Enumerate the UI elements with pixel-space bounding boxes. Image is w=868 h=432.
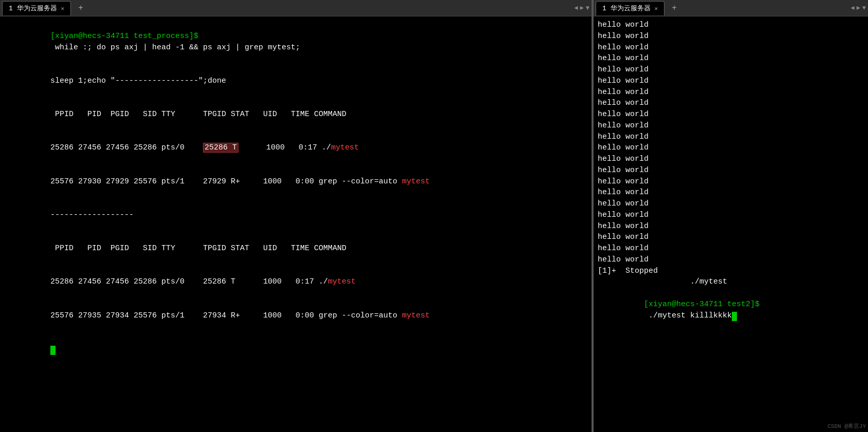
hw-5: hello world xyxy=(598,64,864,76)
right-tab-label: 1 华为云服务器 xyxy=(602,4,651,13)
terminal-line-10 xyxy=(4,332,587,366)
right-tab-bar: 1 华为云服务器 ✕ + ◄ ► ▼ xyxy=(594,0,868,16)
left-nav-down-icon[interactable]: ▼ xyxy=(586,5,589,12)
left-tab-close-icon[interactable]: ✕ xyxy=(61,5,65,12)
terminal-line-5: 25576 27930 27929 25576 pts/1 27929 R+ 1… xyxy=(4,165,587,198)
left-terminal-pane[interactable]: 1 华为云服务器 ✕ + ◄ ► ▼ [xiyan@hecs-34711 tes… xyxy=(0,0,594,432)
hw-13: hello world xyxy=(598,154,864,165)
terminal-line-7: PPID PID PGID SID TTY TPGID STAT UID TIM… xyxy=(4,232,587,265)
left-terminal-content[interactable]: [xiyan@hecs-34711 test_process]$ while :… xyxy=(0,16,592,432)
hw-8: hello world xyxy=(598,98,864,109)
right-tab-active[interactable]: 1 华为云服务器 ✕ xyxy=(596,1,664,15)
hw-20: hello world xyxy=(598,232,864,243)
left-tab-active[interactable]: 1 华为云服务器 ✕ xyxy=(2,1,71,15)
hw-16: hello world xyxy=(598,187,864,198)
hw-21: hello world xyxy=(598,243,864,254)
right-nav-down-icon[interactable]: ▼ xyxy=(862,5,866,12)
hw-6: hello world xyxy=(598,76,864,87)
right-nav-arrows: ◄ ► ▼ xyxy=(851,5,866,12)
terminal-line-8: 25286 27456 27456 25286 pts/0 25286 T 10… xyxy=(4,266,587,299)
left-nav-right-icon[interactable]: ► xyxy=(580,5,584,12)
left-nav-arrows: ◄ ► ▼ xyxy=(574,5,589,12)
cmd-text: while :; do ps axj | head -1 && ps axj |… xyxy=(50,43,300,52)
left-tab-bar: 1 华为云服务器 ✕ + ◄ ► ▼ xyxy=(0,0,592,16)
terminal-line-3: PPID PID PGID SID TTY TPGID STAT UID TIM… xyxy=(4,98,587,131)
hw-15: hello world xyxy=(598,176,864,187)
hw-3: hello world xyxy=(598,42,864,53)
left-nav-left-icon[interactable]: ◄ xyxy=(574,5,578,12)
right-prompt-user: [xiyan@hecs-34711 test2]$ xyxy=(644,300,760,309)
hw-10: hello world xyxy=(598,120,864,132)
hw-11: hello world xyxy=(598,132,864,143)
mytest-highlight-1: mytest xyxy=(331,143,359,152)
watermark: CSDN @希言JY xyxy=(827,422,866,430)
stopped-line-1: [1]+ Stopped xyxy=(598,266,864,277)
right-tab-close-icon[interactable]: ✕ xyxy=(655,5,658,12)
hw-12: hello world xyxy=(598,142,864,154)
right-nav-right-icon[interactable]: ► xyxy=(857,5,860,12)
hw-17: hello world xyxy=(598,198,864,210)
terminal-line-1: [xiyan@hecs-34711 test_process]$ while :… xyxy=(4,20,587,64)
left-new-tab-button[interactable]: + xyxy=(75,4,86,13)
hw-9: hello world xyxy=(598,109,864,120)
stopped-line-2: ./mytest xyxy=(598,276,864,288)
terminal-line-6: ------------------ xyxy=(4,198,587,232)
final-prompt-line: [xiyan@hecs-34711 test2]$ ./mytest killl… xyxy=(598,288,864,332)
hw-4: hello world xyxy=(598,53,864,64)
right-terminal-content[interactable]: hello world hello world hello world hell… xyxy=(594,16,868,432)
right-nav-left-icon[interactable]: ◄ xyxy=(851,5,854,12)
hw-14: hello world xyxy=(598,165,864,176)
hw-1: hello world xyxy=(598,20,864,31)
highlight-tpgid: 25286 T xyxy=(203,143,238,153)
hw-18: hello world xyxy=(598,210,864,221)
hw-19: hello world xyxy=(598,221,864,232)
terminal-line-4: 25286 27456 27456 25286 pts/0 25286 T 10… xyxy=(4,132,587,165)
mytest-grep-1: mytest xyxy=(402,177,430,186)
right-terminal-pane[interactable]: 1 华为云服务器 ✕ + ◄ ► ▼ hello world hello wor… xyxy=(594,0,868,432)
left-tab-label: 1 华为云服务器 xyxy=(9,4,57,13)
terminal-line-9: 25576 27935 27934 25576 pts/1 27934 R+ 1… xyxy=(4,299,587,332)
mytest-grep-2: mytest xyxy=(402,311,430,320)
hw-22: hello world xyxy=(598,254,864,266)
hw-7: hello world xyxy=(598,87,864,98)
prompt-user: [xiyan@hecs-34711 test_process]$ xyxy=(50,32,198,41)
hw-2: hello world xyxy=(598,31,864,42)
right-new-tab-button[interactable]: + xyxy=(669,4,680,13)
terminal-line-2: sleep 1;echo "------------------";done xyxy=(4,64,587,98)
terminal-cursor-right xyxy=(732,312,737,321)
terminal-cursor-left xyxy=(50,346,56,355)
mytest-2: mytest xyxy=(328,277,356,286)
